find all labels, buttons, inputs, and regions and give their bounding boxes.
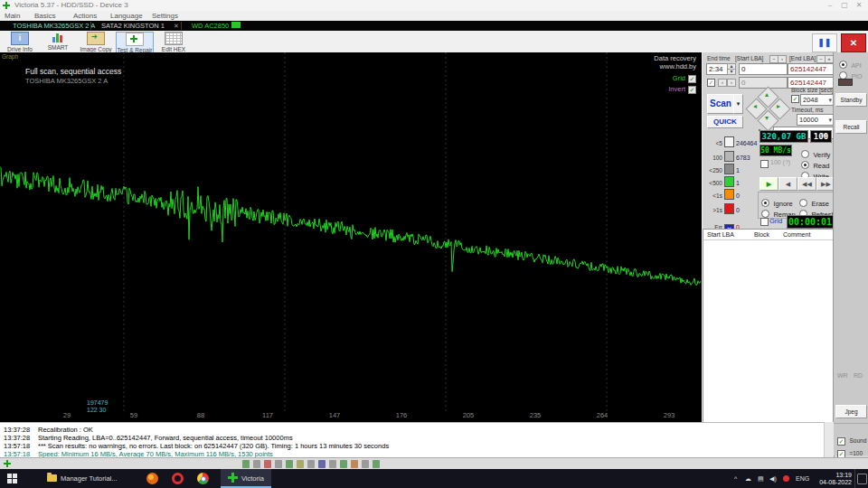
speed-limit-checkbox[interactable]: [760, 160, 769, 168]
timeout-value: 10000: [799, 116, 818, 124]
seek-down-icon: ▾: [765, 114, 769, 122]
start-lba-inc-button[interactable]: ›: [778, 55, 787, 63]
skip-back-button[interactable]: ◀◀: [797, 177, 816, 191]
block-size-auto-checkbox[interactable]: ✓: [791, 95, 799, 103]
tab-divider: [90, 22, 91, 30]
end-lba-header: [End LBA]: [789, 55, 816, 61]
x-tick-label: 147: [329, 411, 341, 419]
status-mini-icon: [362, 460, 369, 468]
minimize-button[interactable]: –: [823, 0, 837, 11]
log-scrollbar[interactable]: [824, 422, 834, 457]
jpeg-button[interactable]: Jpeg: [835, 405, 867, 418]
status-mini-icon: [253, 460, 260, 468]
test-repair-button[interactable]: Test & Repair: [116, 32, 154, 53]
legend-count: 0: [736, 207, 740, 213]
status-mini-icon: [242, 460, 250, 468]
victoria-icon: [228, 473, 238, 483]
timeout-select[interactable]: 10000▾: [797, 114, 834, 126]
legend-count: 246464: [736, 140, 757, 146]
block-size-label: Block size [sect]: [791, 87, 834, 93]
exit-button[interactable]: ✕: [841, 33, 866, 52]
remap-radio[interactable]: [761, 210, 769, 218]
scale-label: =100: [849, 450, 863, 456]
scan-dropdown-arrow[interactable]: ▾: [733, 94, 743, 114]
window-title: Victoria 5.37 - HDD/SSD - Device 3: [14, 1, 128, 9]
drive-tab-2[interactable]: SATA2 KINGSTON 1: [101, 21, 165, 31]
tray-volume-icon[interactable]: ◀): [769, 469, 777, 488]
end-time-spinner[interactable]: 2:34: [706, 63, 728, 75]
range-fwd-button[interactable]: ›: [727, 79, 736, 87]
seek-left-icon: ◂: [753, 102, 757, 110]
notifications-icon[interactable]: [857, 474, 867, 484]
tray-time: 13:19: [812, 472, 852, 479]
drive-info-button[interactable]: i Drive Info: [2, 32, 38, 52]
drive-tab-3[interactable]: WD AC2850: [192, 21, 241, 31]
legend-swatch: [724, 136, 734, 147]
end-time-down-icon[interactable]: ▾: [727, 69, 736, 75]
tray-cloud-icon[interactable]: ☁: [745, 469, 751, 488]
show-desktop-divider[interactable]: [854, 469, 855, 488]
tray-chevron-icon[interactable]: ^: [734, 469, 737, 488]
legend-row: 1006783: [704, 147, 750, 158]
tray-language[interactable]: ENG: [796, 469, 809, 488]
smart-chart-icon: [50, 32, 66, 43]
copy-icon: [87, 32, 105, 45]
status-mini-icon: [340, 460, 347, 468]
status-mini-icon: [373, 460, 380, 468]
tab-close-icon[interactable]: ✕: [174, 21, 179, 31]
tray-clock[interactable]: 13:19 04-08-2022: [812, 469, 852, 486]
hex-grid-icon: [165, 32, 183, 45]
current-lba-input[interactable]: 0: [739, 77, 788, 89]
tray-alert-icon[interactable]: [783, 475, 789, 482]
log-time: 13:37:28: [4, 426, 38, 434]
log-line: 13:37:28Recalibration : OK: [4, 426, 93, 434]
status-mini-icon: [318, 460, 326, 468]
maximize-button[interactable]: ▢: [837, 0, 852, 11]
close-button[interactable]: ✕: [852, 0, 866, 11]
status-mini-icon: [351, 460, 358, 468]
tray-network-icon[interactable]: ▤: [758, 469, 764, 488]
end-lba-input[interactable]: 625142447: [788, 63, 834, 75]
taskbar-opera[interactable]: [172, 473, 184, 484]
menu-main[interactable]: Main: [5, 12, 20, 20]
start-button[interactable]: [7, 474, 17, 483]
taskbar-victoria[interactable]: Victoria: [221, 469, 271, 488]
menu-basics[interactable]: Basics: [34, 12, 56, 20]
play-button[interactable]: ▶: [760, 177, 778, 191]
range-lock-checkbox[interactable]: ✓: [707, 79, 715, 87]
standby-button[interactable]: Standby: [835, 93, 867, 107]
log-area[interactable]: 13:37:28Recalibration : OK 13:37:28Start…: [0, 422, 833, 458]
seek-up-icon: ▴: [765, 90, 769, 99]
edit-hex-button[interactable]: Edit HEX: [156, 32, 192, 52]
taskbar-chrome[interactable]: [197, 473, 209, 484]
scan-button[interactable]: Scan: [707, 94, 734, 114]
quick-button[interactable]: QUICK: [707, 116, 743, 128]
panel-grid-label: Grid: [769, 217, 782, 225]
scan-graph[interactable]: Graph Full scan, sequential access TOSHI…: [0, 52, 702, 422]
smart-button[interactable]: SMART: [40, 32, 76, 52]
range-back-button[interactable]: ‹: [718, 79, 727, 87]
smart-label: SMART: [40, 44, 76, 51]
taskbar-firefox[interactable]: [146, 473, 158, 484]
drive-tab-1[interactable]: TOSHIBA MK3265GSX 2 A: [13, 21, 95, 31]
chrome-icon: [197, 473, 209, 484]
pause-button[interactable]: ❚❚: [812, 33, 837, 52]
panel-grid-checkbox[interactable]: [760, 218, 769, 226]
status-app-icon: [4, 460, 11, 467]
rd-label: RD: [854, 372, 863, 379]
x-tick-label: 235: [530, 411, 542, 419]
pause-scan-button[interactable]: ◀: [778, 177, 797, 191]
menu-language[interactable]: Language: [110, 12, 143, 20]
legend-row: >1s0: [704, 200, 740, 211]
recall-button[interactable]: Recall: [835, 120, 867, 134]
menu-actions[interactable]: Actions: [73, 12, 97, 20]
start-lba-header: [Start LBA]: [735, 55, 763, 61]
folder-icon: [47, 474, 57, 482]
taskbar-app-manager[interactable]: Manager Tutorial...: [42, 469, 123, 488]
block-size-select[interactable]: 2048▾: [800, 94, 834, 106]
image-copy-button[interactable]: Image Copy: [78, 32, 114, 52]
percent-unit: %: [821, 132, 826, 138]
menu-settings[interactable]: Settings: [152, 12, 178, 20]
start-lba-input[interactable]: 0: [739, 63, 788, 75]
status-mini-icon: [264, 460, 271, 468]
